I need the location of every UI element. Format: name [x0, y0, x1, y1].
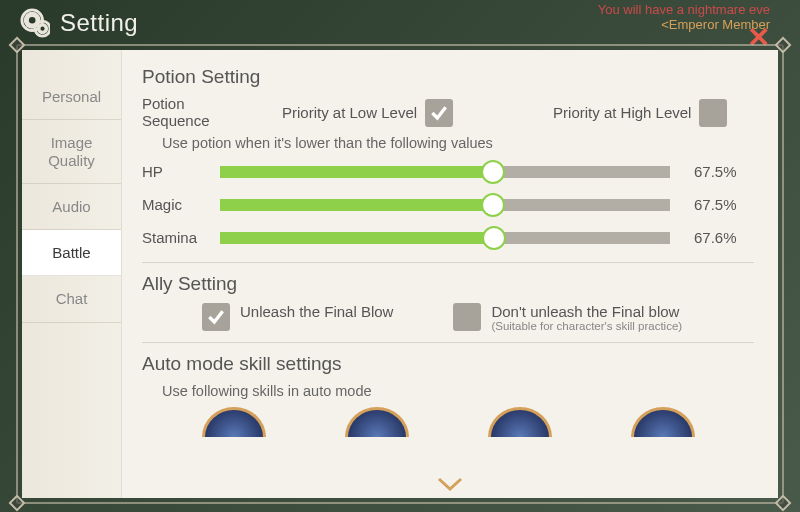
slider-value: 67.5% [694, 196, 754, 213]
slider-thumb[interactable] [481, 160, 505, 184]
slider-row-stamina: Stamina67.6% [142, 229, 754, 246]
slider-thumb[interactable] [481, 193, 505, 217]
priority-high-label: Priority at High Level [553, 104, 691, 121]
tab-image-quality[interactable]: Image Quality [22, 120, 121, 184]
skill-slot-1[interactable] [202, 407, 266, 437]
tab-personal[interactable]: Personal [22, 74, 121, 120]
unleash-label: Unleash the Final Blow [240, 303, 393, 320]
scroll-down-icon[interactable] [437, 477, 463, 497]
sequence-label: Potion Sequence [142, 96, 252, 129]
priority-low-checkbox[interactable] [425, 99, 453, 127]
slider-label: Magic [142, 196, 220, 213]
slider-value: 67.6% [694, 229, 754, 246]
notice-text: You will have a nightmare eve [598, 2, 770, 17]
tab-battle[interactable]: Battle [22, 230, 121, 276]
svg-point-5 [40, 27, 44, 31]
content-area: Potion Setting Potion Sequence Priority … [122, 50, 778, 498]
slider-track[interactable] [220, 166, 670, 178]
dont-unleash-checkbox[interactable] [453, 303, 481, 331]
skill-slot-4[interactable] [631, 407, 695, 437]
dont-unleash-sub: (Suitable for character's skill practice… [491, 320, 682, 332]
slider-track[interactable] [220, 199, 670, 211]
auto-hint: Use following skills in auto mode [162, 383, 754, 399]
auto-section-title: Auto mode skill settings [142, 353, 754, 375]
dont-unleash-label: Don't unleash the Final blow [491, 303, 679, 320]
priority-low-label: Priority at Low Level [282, 104, 417, 121]
slider-value: 67.5% [694, 163, 754, 180]
priority-high-checkbox[interactable] [699, 99, 727, 127]
tab-chat[interactable]: Chat [22, 276, 121, 322]
ally-section-title: Ally Setting [142, 273, 754, 295]
skill-slot-2[interactable] [345, 407, 409, 437]
potion-section-title: Potion Setting [142, 66, 754, 88]
slider-row-magic: Magic67.5% [142, 196, 754, 213]
panel-frame: Personal Image Quality Audio Battle Chat… [16, 44, 784, 504]
sidebar: Personal Image Quality Audio Battle Chat [22, 50, 122, 498]
slider-thumb[interactable] [482, 226, 506, 250]
header-notices: You will have a nightmare eve <Emperor M… [598, 2, 770, 32]
slider-row-hp: HP67.5% [142, 163, 754, 180]
slider-track[interactable] [220, 232, 670, 244]
skill-slot-3[interactable] [488, 407, 552, 437]
page-title: Setting [60, 9, 138, 37]
tab-audio[interactable]: Audio [22, 184, 121, 230]
svg-point-4 [29, 17, 36, 24]
header-bar: Setting You will have a nightmare eve <E… [0, 0, 800, 42]
member-tag: <Emperor Member [598, 17, 770, 32]
threshold-hint: Use potion when it's lower than the foll… [162, 135, 754, 151]
unleash-checkbox[interactable] [202, 303, 230, 331]
slider-label: HP [142, 163, 220, 180]
slider-label: Stamina [142, 229, 220, 246]
gear-icon [20, 8, 50, 38]
